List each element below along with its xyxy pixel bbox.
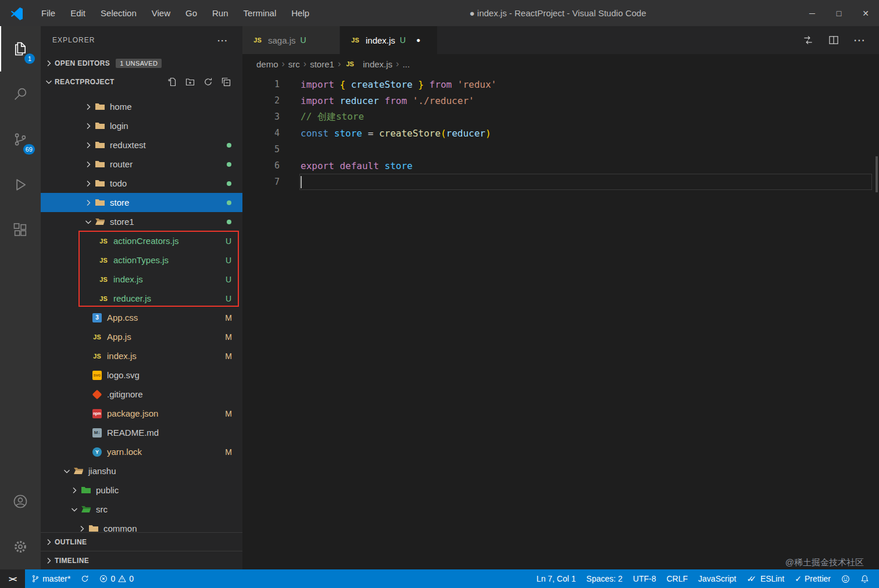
tree-item-actionTypes.js[interactable]: JSactionTypes.jsU [41, 250, 242, 270]
breadcrumb-index.js[interactable]: JSindex.js [344, 59, 392, 69]
eslint-label: ESLint [760, 574, 784, 583]
menu-help[interactable]: Help [284, 0, 317, 26]
menu-file[interactable]: File [34, 0, 63, 26]
activity-account-icon[interactable] [0, 479, 41, 524]
folder-open-icon [73, 466, 84, 476]
views-more-actions-icon[interactable]: ⋯ [215, 34, 231, 47]
git-status-badge: U [224, 275, 233, 284]
code-token: createStore [379, 128, 441, 139]
tree-item-App.css[interactable]: 3App.cssM [41, 308, 242, 327]
file-label: store [110, 198, 129, 207]
editor-more-actions-icon[interactable]: ⋯ [853, 34, 865, 46]
tree-item-todo[interactable]: todo [41, 174, 242, 193]
minimize-button[interactable]: ─ [799, 0, 826, 26]
collapse-folders-icon[interactable] [221, 77, 231, 87]
tree-item-yarn.lock[interactable]: Yyarn.lockM [41, 442, 242, 461]
tree-item-public[interactable]: public [41, 481, 242, 500]
menu-run[interactable]: Run [205, 0, 236, 26]
maximize-button[interactable]: □ [826, 0, 852, 26]
breadcrumb-src[interactable]: src [288, 59, 300, 69]
problems-indicator[interactable]: 0 0 [94, 569, 139, 588]
tree-item-login[interactable]: login [41, 116, 242, 135]
error-icon [99, 575, 108, 583]
menu-view[interactable]: View [144, 0, 178, 26]
timeline-label: TIMELINE [55, 557, 89, 565]
new-folder-icon[interactable] [185, 77, 195, 87]
menu-selection[interactable]: Selection [93, 0, 144, 26]
eslint-status[interactable]: ✓✓ ESLint [741, 569, 789, 588]
chevron-down-icon [61, 467, 73, 476]
open-changes-icon[interactable] [802, 34, 814, 46]
tree-item-router[interactable]: router [41, 155, 242, 174]
code-token: store [385, 160, 413, 171]
activity-settings-icon[interactable] [0, 524, 41, 569]
open-editors-section-header[interactable]: OPEN EDITORS 1 UNSAVED [41, 54, 242, 73]
menu-terminal[interactable]: Terminal [236, 0, 284, 26]
code-token: } [418, 79, 424, 90]
remote-indicator[interactable]: >< [0, 569, 25, 588]
code-line-2[interactable]: 2import reducer from './reducer' [242, 92, 879, 109]
activity-explorer-icon[interactable]: 1 [0, 26, 41, 71]
language-mode[interactable]: JavaScript [693, 569, 741, 588]
split-editor-icon[interactable] [828, 34, 839, 46]
tree-item-logo.svg[interactable]: SVGlogo.svg [41, 365, 242, 385]
activity-source-control-icon[interactable]: 69 [0, 117, 41, 162]
tab-saga.js[interactable]: JSsaga.jsU [242, 26, 340, 54]
tree-item-common[interactable]: common [41, 519, 242, 532]
code-line-7[interactable]: 7 [242, 174, 879, 190]
breadcrumb-demo[interactable]: demo [256, 59, 278, 69]
prettier-status[interactable]: ✓ Prettier [789, 569, 836, 588]
tree-item-.gitignore[interactable]: .gitignore [41, 385, 242, 404]
tree-item-home[interactable]: home [41, 97, 242, 116]
tree-item-src[interactable]: src [41, 500, 242, 519]
tree-item-jianshu[interactable]: jianshu [41, 461, 242, 481]
git-branch-indicator[interactable]: master* [26, 569, 76, 588]
tab-label: index.js [366, 35, 395, 45]
new-file-icon[interactable] [167, 77, 177, 87]
project-section-header[interactable]: REACTPROJECT [41, 73, 242, 91]
indentation[interactable]: Spaces: 2 [581, 569, 628, 588]
tab-index.js[interactable]: JSindex.jsU● [340, 26, 438, 54]
code-line-4[interactable]: 4const store = createStore(reducer) [242, 125, 879, 141]
code-line-1[interactable]: 1import { createStore } from 'redux' [242, 76, 879, 92]
timeline-section-header[interactable]: TIMELINE [41, 551, 242, 569]
tree-item-index.js[interactable]: JSindex.jsM [41, 346, 242, 365]
code-editor[interactable]: 1import { createStore } from 'redux'2imp… [242, 74, 879, 569]
outline-section-header[interactable]: OUTLINE [41, 532, 242, 551]
tree-item-index.js[interactable]: JSindex.jsU [41, 270, 242, 289]
code-line-5[interactable]: 5 [242, 141, 879, 157]
unsaved-dot-icon[interactable]: ● [416, 36, 420, 44]
tree-item-README.md[interactable]: M↓README.md [41, 423, 242, 442]
menu-edit[interactable]: Edit [63, 0, 93, 26]
file-label: reduxtest [110, 140, 146, 150]
activity-extensions-icon[interactable] [0, 207, 41, 253]
tree-item-App.js[interactable]: JSApp.jsM [41, 327, 242, 346]
breadcrumb-store1[interactable]: store1 [310, 59, 334, 69]
git-modified-dot-icon [227, 162, 231, 167]
tree-item-reducer.js[interactable]: JSreducer.jsU [41, 289, 242, 308]
refresh-explorer-icon[interactable] [203, 77, 213, 87]
tree-item-store[interactable]: store [41, 193, 242, 212]
tree-item-reduxtest[interactable]: reduxtest [41, 135, 242, 155]
encoding[interactable]: UTF-8 [628, 569, 662, 588]
tree-item-package.json[interactable]: npmpackage.jsonM [41, 404, 242, 423]
feedback-smiley[interactable] [836, 569, 855, 588]
eol-selector[interactable]: CRLF [662, 569, 694, 588]
notifications-bell[interactable] [855, 569, 874, 588]
activity-search-icon[interactable] [0, 71, 41, 117]
explorer-sidebar: EXPLORER ⋯ OPEN EDITORS 1 UNSAVED REACTP… [41, 26, 242, 569]
cursor-position[interactable]: Ln 7, Col 1 [531, 569, 581, 588]
close-button[interactable]: ✕ [852, 0, 879, 26]
menu-go[interactable]: Go [178, 0, 205, 26]
activity-run-debug-icon[interactable] [0, 162, 41, 207]
breadcrumb-...[interactable]: ... [402, 59, 410, 69]
tree-item-store1[interactable]: store1 [41, 212, 242, 231]
code-line-3[interactable]: 3// 创建store [242, 109, 879, 125]
file-label: package.json [107, 408, 158, 418]
scrollbar[interactable] [876, 156, 878, 192]
prettier-label: Prettier [805, 574, 831, 583]
code-line-6[interactable]: 6export default store [242, 157, 879, 174]
js-file-icon: JS [98, 255, 109, 266]
sync-changes[interactable] [76, 569, 94, 588]
tree-item-actionCreators.js[interactable]: JSactionCreators.jsU [41, 231, 242, 250]
